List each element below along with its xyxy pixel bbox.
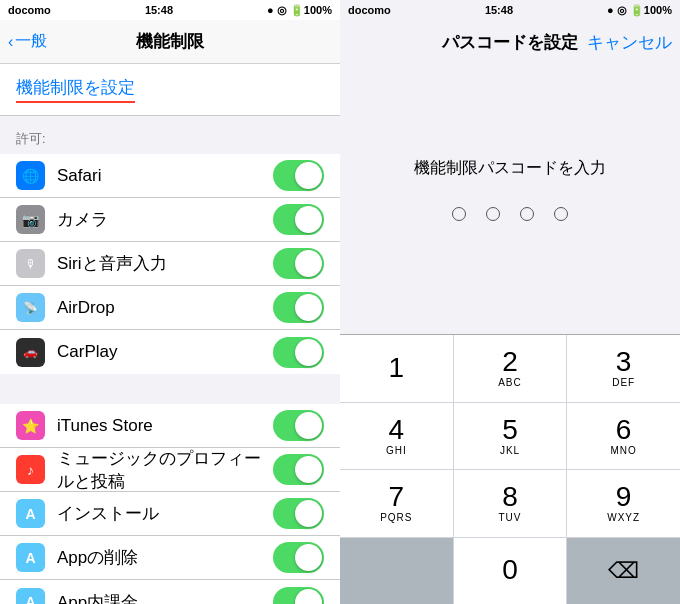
safari-toggle[interactable] (273, 160, 324, 191)
left-scroll: 機能制限を設定 許可: 🌐 Safari 📷 カメラ 🎙 (0, 64, 340, 604)
airdrop-toggle[interactable] (273, 292, 324, 323)
carplay-label: CarPlay (57, 342, 273, 362)
camera-icon: 📷 (16, 205, 45, 234)
siri-icon: 🎙 (16, 249, 45, 278)
icons-left: ● ◎ 🔋100% (267, 4, 332, 17)
key-delete[interactable]: ⌫ (567, 538, 680, 605)
nav-title-right: パスコードを設定 (442, 31, 578, 54)
list-item[interactable]: 🌐 Safari (0, 154, 340, 198)
key-5[interactable]: 5 JKL (454, 403, 567, 470)
set-passcode-label: 機能制限を設定 (16, 76, 135, 103)
key-3-number: 3 (616, 348, 632, 376)
status-bar-left: docomo 15:48 ● ◎ 🔋100% (0, 0, 340, 20)
time-left: 15:48 (145, 4, 173, 16)
key-9-letters: WXYZ (607, 512, 640, 523)
list-item[interactable]: ⭐ iTunes Store (0, 404, 340, 448)
dot-2 (486, 207, 500, 221)
camera-label: カメラ (57, 208, 273, 231)
key-8-number: 8 (502, 483, 518, 511)
key-0-number: 0 (502, 556, 518, 584)
dot-4 (554, 207, 568, 221)
right-panel: docomo 15:48 ● ◎ 🔋100% パスコードを設定 キャンセル 機能… (340, 0, 680, 604)
back-label: 一般 (15, 31, 47, 52)
key-8-letters: TUV (498, 512, 521, 523)
key-7-number: 7 (389, 483, 405, 511)
key-6[interactable]: 6 MNO (567, 403, 680, 470)
divider (0, 374, 340, 404)
keypad: 1 2 ABC 3 DEF 4 GHI 5 JKL 6 MNO 7 PQRS 8 (340, 334, 680, 604)
safari-label: Safari (57, 166, 273, 186)
install-toggle[interactable] (273, 498, 324, 529)
list-item[interactable]: ♪ ミュージックのプロフィールと投稿 (0, 448, 340, 492)
music-icon: ♪ (16, 455, 45, 484)
passcode-dots (452, 207, 568, 221)
chevron-left-icon: ‹ (8, 33, 13, 51)
list-item[interactable]: A App内課金 (0, 580, 340, 604)
key-3[interactable]: 3 DEF (567, 335, 680, 402)
permissions-label: 許可: (0, 116, 340, 154)
key-3-letters: DEF (612, 377, 635, 388)
airdrop-icon: 📡 (16, 293, 45, 322)
key-4-number: 4 (389, 416, 405, 444)
cancel-button[interactable]: キャンセル (587, 31, 672, 54)
key-2-number: 2 (502, 348, 518, 376)
install-label: インストール (57, 502, 273, 525)
key-empty (340, 538, 453, 605)
key-4-letters: GHI (386, 445, 407, 456)
itunes-toggle[interactable] (273, 410, 324, 441)
key-4[interactable]: 4 GHI (340, 403, 453, 470)
key-1[interactable]: 1 (340, 335, 453, 402)
key-5-number: 5 (502, 416, 518, 444)
time-right: 15:48 (485, 4, 513, 16)
carplay-icon: 🚗 (16, 338, 45, 367)
deleteapp-icon: A (16, 543, 45, 572)
nav-bar-right: パスコードを設定 キャンセル (340, 20, 680, 64)
itunes-label: iTunes Store (57, 416, 273, 436)
set-passcode-row[interactable]: 機能制限を設定 (0, 64, 340, 116)
deleteapp-toggle[interactable] (273, 542, 324, 573)
left-panel: docomo 15:48 ● ◎ 🔋100% ‹ 一般 機能制限 機能制限を設定… (0, 0, 340, 604)
list-item[interactable]: A インストール (0, 492, 340, 536)
status-bar-right: docomo 15:48 ● ◎ 🔋100% (340, 0, 680, 20)
dot-3 (520, 207, 534, 221)
key-6-number: 6 (616, 416, 632, 444)
key-0[interactable]: 0 (454, 538, 567, 605)
key-2-letters: ABC (498, 377, 522, 388)
music-label: ミュージックのプロフィールと投稿 (57, 447, 273, 493)
music-toggle[interactable] (273, 454, 324, 485)
list-item[interactable]: A Appの削除 (0, 536, 340, 580)
apps-list: ⭐ iTunes Store ♪ ミュージックのプロフィールと投稿 A インスト… (0, 404, 340, 604)
key-5-letters: JKL (500, 445, 520, 456)
back-button[interactable]: ‹ 一般 (8, 31, 47, 52)
passcode-prompt: 機能制限パスコードを入力 (414, 158, 606, 179)
deleteapp-label: Appの削除 (57, 546, 273, 569)
camera-toggle[interactable] (273, 204, 324, 235)
nav-title-left: 機能制限 (136, 30, 204, 53)
list-item[interactable]: 📷 カメラ (0, 198, 340, 242)
purchase-toggle[interactable] (273, 587, 324, 605)
dot-1 (452, 207, 466, 221)
key-8[interactable]: 8 TUV (454, 470, 567, 537)
siri-toggle[interactable] (273, 248, 324, 279)
passcode-area: 機能制限パスコードを入力 (340, 64, 680, 334)
carplay-toggle[interactable] (273, 337, 324, 368)
key-7[interactable]: 7 PQRS (340, 470, 453, 537)
purchase-icon: A (16, 588, 45, 605)
key-6-letters: MNO (610, 445, 636, 456)
key-9[interactable]: 9 WXYZ (567, 470, 680, 537)
airdrop-label: AirDrop (57, 298, 273, 318)
list-item[interactable]: 🚗 CarPlay (0, 330, 340, 374)
list-item[interactable]: 🎙 Siriと音声入力 (0, 242, 340, 286)
key-2[interactable]: 2 ABC (454, 335, 567, 402)
carrier-left: docomo (8, 4, 51, 16)
carrier-right: docomo (348, 4, 391, 16)
list-item[interactable]: 📡 AirDrop (0, 286, 340, 330)
install-icon: A (16, 499, 45, 528)
itunes-icon: ⭐ (16, 411, 45, 440)
key-7-letters: PQRS (380, 512, 412, 523)
key-1-number: 1 (389, 354, 405, 382)
delete-icon: ⌫ (608, 558, 639, 584)
key-9-number: 9 (616, 483, 632, 511)
nav-bar-left: ‹ 一般 機能制限 (0, 20, 340, 64)
icons-right: ● ◎ 🔋100% (607, 4, 672, 17)
